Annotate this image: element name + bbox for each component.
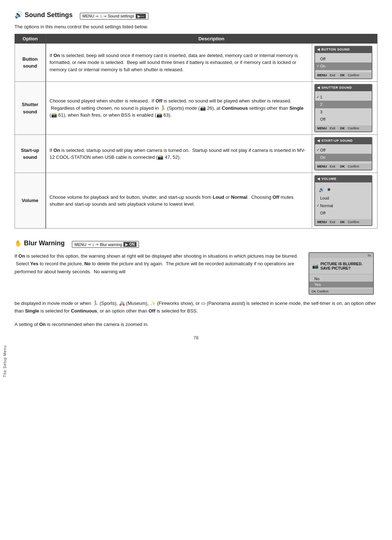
- cam-startup-sound: ◀ START-UP SOUND Off On MENU Exit OK Con…: [312, 135, 377, 173]
- cam-blurred-body: No Yes: [309, 274, 373, 289]
- blur-menu-active: ▶ ON: [123, 242, 136, 247]
- cam-shutter-sound: ◀ SHUTTER SOUND 1 2 3 Off MENU Exit OK C…: [312, 82, 377, 135]
- blur-warning-title: ✋ Blur Warning: [15, 239, 65, 247]
- cam-ok-label4: OK: [340, 220, 345, 225]
- cam-volume: ◀ VOLUME 🔊 ◾ Loud Normal Off MENU Exit O…: [312, 173, 377, 229]
- list-item: Off: [315, 146, 372, 154]
- blur-content: If On is selected for this option, the w…: [15, 252, 377, 295]
- blur-cam-screenshot: IN 📷 PICTURE IS BLURRED. SAVE PICTURE? N…: [309, 252, 377, 295]
- cam-ok-label3: OK: [340, 164, 345, 169]
- desc-volume: Choose volume for playback and for butto…: [46, 173, 312, 229]
- blur-description: If On is selected for this option, the w…: [15, 252, 301, 275]
- volume-icon-display: 🔊 ◾: [315, 185, 372, 195]
- blur-warning-header: ✋ Blur Warning MENU ⇒ ↕ ⇒ Blur warning ▶…: [15, 239, 377, 249]
- option-button-sound: Buttonsound: [15, 44, 46, 82]
- cam-ui-title-volume: ◀ VOLUME: [315, 176, 372, 182]
- sound-icon: 🔊: [15, 11, 23, 19]
- cam-ui-title-startup-sound: ◀ START-UP SOUND: [315, 138, 372, 144]
- desc-startup-sound: If On is selected, startup sound will pl…: [46, 135, 312, 173]
- cam-button-sound: ◀ BUTTON SOUND Off On MENU Exit OK Confi…: [312, 44, 377, 82]
- list-item: Off: [315, 209, 372, 217]
- cam-menu-label4: MENU: [317, 220, 327, 225]
- list-item: Loud: [315, 194, 372, 202]
- list-item: 2: [315, 101, 372, 108]
- cam-ui-body-startup-sound: Off On: [315, 144, 372, 164]
- sound-settings-section: 🔊 Sound Settings MENU ⇒ ↕ ⇒ Sound settin…: [15, 11, 377, 229]
- blur-menu-label: MENU: [74, 242, 86, 247]
- blur-menu-sub: ↕: [92, 242, 94, 247]
- cam-ui-button-sound: ◀ BUTTON SOUND Off On MENU Exit OK Confi…: [314, 46, 372, 79]
- option-volume: Volume: [15, 173, 46, 229]
- cam-menu-label2: MENU: [317, 126, 327, 131]
- cam-ui-body-button-sound: Off On: [315, 53, 372, 72]
- desc-button-sound: If On is selected, beep will sound once …: [46, 44, 312, 82]
- list-item: 1: [315, 93, 372, 101]
- cam-sound-icon3: ◀: [317, 138, 320, 144]
- blurred-msg-text: PICTURE IS BLURRED. SAVE PICTURE?: [320, 262, 363, 270]
- menu-sub-icon: ↕: [100, 14, 102, 18]
- cam-ui-title-shutter-sound: ◀ SHUTTER SOUND: [315, 85, 372, 91]
- blur-menu-path-label: Blur warning: [100, 242, 122, 247]
- blur-warning-menu-path: MENU ⇒ ↕ ⇒ Blur warning ▶ ON: [72, 241, 139, 248]
- table-row: Shuttersound Choose sound played when sh…: [15, 82, 377, 135]
- blur-continued-text: be displayed in movie mode or when 🏃 (Sp…: [15, 300, 377, 315]
- menu-path-label: Sound settings: [108, 14, 134, 18]
- hand-icon: ✋: [15, 240, 22, 247]
- cam-sound-icon: ◀: [317, 47, 320, 52]
- cam-ui-footer-button-sound: MENU Exit OK Confirm: [315, 72, 372, 79]
- page-number: 78: [15, 335, 377, 340]
- menu-arrow2: ⇒: [103, 14, 106, 18]
- sound-settings-table: Option Description Buttonsound If On is …: [15, 34, 377, 229]
- option-startup-sound: Start-upsound: [15, 135, 46, 173]
- cam-menu-label: MENU: [317, 73, 327, 78]
- menu-label: MENU: [82, 14, 94, 18]
- list-item: 3: [315, 108, 372, 116]
- list-item: Off: [315, 116, 372, 123]
- option-shutter-sound: Shuttersound: [15, 82, 46, 135]
- cam-ui-title-button-sound: ◀ BUTTON SOUND: [315, 47, 372, 53]
- cam-ui-startup-sound: ◀ START-UP SOUND Off On MENU Exit OK Con…: [314, 137, 372, 170]
- sound-settings-menu-path: MENU ⇒ ↕ ⇒ Sound settings ▶—: [80, 13, 148, 20]
- cam-ui-footer-volume: MENU Exit OK Confirm: [315, 219, 372, 226]
- desc-shutter-sound: Choose sound played when shutter is rele…: [46, 82, 312, 135]
- table-row: Volume Choose volume for playback and fo…: [15, 173, 377, 229]
- camera-icon: 📷: [312, 263, 318, 269]
- list-item: On: [315, 154, 372, 161]
- menu-active: ▶—: [136, 14, 146, 19]
- col-header-description: Description: [46, 34, 377, 44]
- list-item: Normal: [315, 202, 372, 210]
- cam-ok-label2: OK: [340, 126, 345, 131]
- list-item: Off: [315, 55, 372, 63]
- cam-ok-label: OK: [340, 73, 345, 78]
- menu-arrow: ⇒: [95, 14, 98, 18]
- cam-ui-footer-startup-sound: MENU Exit OK Confirm: [315, 164, 372, 170]
- blur-menu-arrow: ⇒: [88, 242, 91, 246]
- cam-ui-shutter-sound: ◀ SHUTTER SOUND 1 2 3 Off MENU Exit OK C…: [314, 84, 372, 132]
- cam-ui-volume: ◀ VOLUME 🔊 ◾ Loud Normal Off MENU Exit O…: [314, 175, 372, 226]
- cam-ui-footer-shutter-sound: MENU Exit OK Confirm: [315, 125, 372, 132]
- table-row: Start-upsound If On is selected, startup…: [15, 135, 377, 173]
- cam-ui-body-volume: 🔊 ◾ Loud Normal Off: [315, 182, 372, 219]
- cam-blurred-header: IN: [309, 253, 373, 258]
- table-row: Buttonsound If On is selected, beep will…: [15, 44, 377, 82]
- cam-menu-label3: MENU: [317, 164, 327, 169]
- col-header-option: Option: [15, 34, 46, 44]
- side-label: The Setup Menu: [3, 345, 7, 377]
- cam-ui-body-shutter-sound: 1 2 3 Off: [315, 91, 372, 125]
- blur-menu-arrow2: ⇒: [95, 242, 98, 246]
- blur-warning-section: ✋ Blur Warning MENU ⇒ ↕ ⇒ Blur warning ▶…: [15, 239, 377, 328]
- list-item: On: [315, 63, 372, 70]
- list-item: Yes: [309, 282, 373, 287]
- cam-ok-label5: OK: [311, 290, 316, 293]
- sound-settings-header: 🔊 Sound Settings MENU ⇒ ↕ ⇒ Sound settin…: [15, 11, 377, 21]
- list-item: No: [309, 276, 373, 282]
- blur-recommendation: A setting of On is recommended when the …: [15, 321, 377, 329]
- cam-blurred-footer: OK Confirm: [309, 289, 373, 294]
- cam-blurred-message: 📷 PICTURE IS BLURRED. SAVE PICTURE?: [309, 258, 373, 274]
- cam-sound-icon4: ◀: [317, 177, 320, 182]
- sound-settings-subtitle: The options in this menu control the sou…: [15, 24, 377, 29]
- cam-ui-blurred: IN 📷 PICTURE IS BLURRED. SAVE PICTURE? N…: [309, 252, 374, 295]
- sound-settings-title: 🔊 Sound Settings: [15, 11, 73, 19]
- cam-sound-icon2: ◀: [317, 85, 320, 90]
